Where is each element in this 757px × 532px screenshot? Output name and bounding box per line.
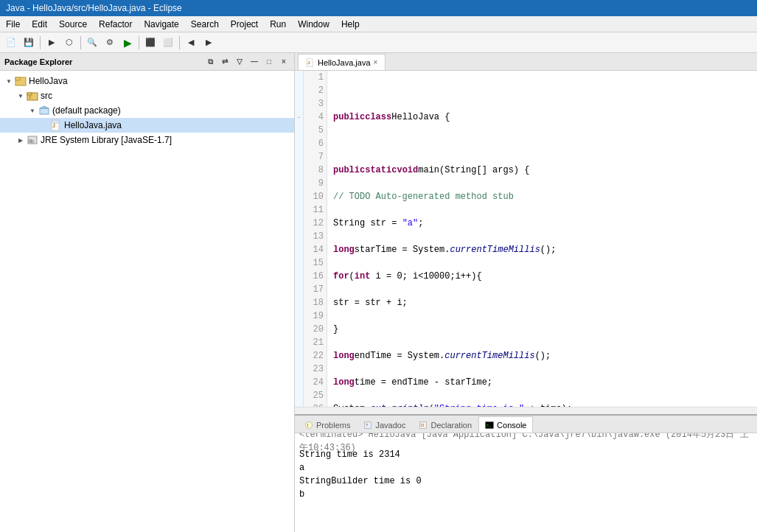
minimize-btn[interactable]: — [248, 56, 260, 68]
ln-9: 9 [304, 177, 327, 190]
fold-e23 [295, 363, 303, 376]
fold-e9 [295, 177, 303, 190]
console-line-4: b [299, 488, 753, 501]
menu-file[interactable]: File [0, 18, 26, 31]
menu-window[interactable]: Window [292, 18, 335, 31]
fold-e21 [295, 336, 303, 349]
menu-refactor[interactable]: Refactor [93, 18, 138, 31]
fold-e8 [295, 164, 303, 177]
left-panel: Package Explorer ⧉ ⇄ ▽ — □ × ▼ [0, 53, 295, 532]
toolbar-new[interactable]: 📄 [3, 35, 19, 51]
menu-edit[interactable]: Edit [26, 18, 53, 31]
problems-icon: ! [304, 421, 313, 430]
menu-help[interactable]: Help [335, 18, 366, 31]
toolbar: 📄 💾 ▶ ⬡ 🔍 ⚙ ▶ ⬛ ⬜ ◀ ▶ [0, 32, 757, 53]
toolbar-btn5[interactable]: 🔍 [84, 35, 100, 51]
tree-item-hellojava[interactable]: ▼ HelloJava [0, 74, 294, 88]
tab-declaration-label: Declaration [430, 421, 472, 430]
tab-problems[interactable]: ! Problems [298, 416, 357, 433]
tab-problems-label: Problems [316, 421, 350, 430]
jre-library-icon: lib [27, 134, 38, 146]
tree-arrow-jre: ▶ [15, 134, 27, 146]
code-line-10: } [333, 323, 751, 336]
toolbar-btn3[interactable]: ▶ [43, 35, 60, 51]
menu-navigate[interactable]: Navigate [138, 18, 184, 31]
console-output-4: b [299, 488, 304, 501]
tree-item-default-package[interactable]: ▼ (default package) [0, 103, 294, 118]
fold-column: − [295, 71, 304, 407]
ln-11: 11 [304, 203, 327, 217]
ln-6: 6 [304, 137, 327, 150]
svg-text:lib: lib [29, 139, 34, 144]
tab-console-label: Console [497, 421, 526, 430]
toolbar-sep4 [179, 36, 180, 49]
ln-13: 13 [304, 230, 327, 243]
title-text: Java - HelloJava/src/HelloJava.java - Ec… [6, 3, 182, 13]
code-line-9: str = str + i; [333, 296, 751, 309]
tree-item-src[interactable]: ▼ s src [0, 88, 294, 103]
title-bar: Java - HelloJava/src/HelloJava.java - Ec… [0, 0, 757, 16]
package-explorer-title: Package Explorer [4, 57, 201, 66]
ln-1: 1 [304, 71, 327, 84]
console-line-2: a [299, 461, 753, 475]
package-explorer-header: Package Explorer ⧉ ⇄ ▽ — □ × [0, 53, 294, 71]
bottom-panel: ! Problems ? Javadoc D [295, 414, 757, 532]
toolbar-btn8[interactable]: ⬜ [160, 35, 176, 51]
menu-source[interactable]: Source [53, 18, 93, 31]
toolbar-btn10[interactable]: ▶ [200, 35, 217, 51]
menu-project[interactable]: Project [225, 18, 264, 31]
ln-24: 24 [304, 376, 327, 389]
svg-text:J: J [52, 123, 55, 128]
tree-arrow-src: ▼ [15, 90, 27, 102]
tree-arrow-hellojava: ▼ [3, 75, 15, 87]
toolbar-run-btn[interactable]: ▶ [119, 35, 136, 51]
tab-java-icon: J [306, 58, 315, 67]
toolbar-btn9[interactable]: ◀ [183, 35, 199, 51]
menu-search[interactable]: Search [185, 18, 225, 31]
tab-console[interactable]: >_ Console [478, 416, 533, 433]
editor-tab-hellojava[interactable]: J HelloJava.java × [298, 54, 386, 70]
package-explorer-tree: ▼ HelloJava ▼ [0, 71, 294, 532]
code-line-8: for(int i = 0; i<10000;i++){ [333, 270, 751, 283]
ln-15: 15 [304, 256, 327, 270]
console-terminated-line: <terminated> HelloJava [Java Application… [299, 435, 753, 448]
ln-8: 8 [304, 164, 327, 177]
menu-run[interactable]: Run [264, 18, 292, 31]
toolbar-sep3 [139, 36, 139, 49]
view-menu-btn[interactable]: ▽ [234, 56, 245, 68]
toolbar-btn2[interactable]: 💾 [21, 35, 37, 51]
console-output-3: StringBuilder time is 0 [299, 475, 422, 488]
ln-18: 18 [304, 296, 327, 309]
fold-method[interactable]: − [295, 111, 303, 124]
fold-e7 [295, 150, 303, 164]
ln-14: 14 [304, 243, 327, 256]
code-content[interactable]: public class HelloJava { public static v… [327, 71, 757, 407]
collapse-all-btn[interactable]: ⧉ [204, 56, 216, 68]
tab-declaration[interactable]: D Declaration [412, 416, 478, 433]
project-icon [15, 75, 27, 87]
toolbar-btn6[interactable]: ⚙ [102, 35, 118, 51]
svg-text:>_: >_ [486, 423, 492, 427]
fold-empty-3 [295, 97, 303, 111]
editor-tab-close[interactable]: × [374, 58, 378, 66]
link-with-editor-btn[interactable]: ⇄ [219, 56, 231, 68]
tab-javadoc[interactable]: ? Javadoc [357, 416, 412, 433]
main-area: Package Explorer ⧉ ⇄ ▽ — □ × ▼ [0, 53, 757, 532]
tree-item-jre[interactable]: ▶ lib JRE System Library [JavaSE-1.7] [0, 133, 294, 147]
code-editor[interactable]: − [295, 71, 757, 407]
close-panel-btn[interactable]: × [278, 56, 290, 68]
tree-label-hellojava-file: HelloJava.java [64, 120, 122, 130]
ln-20: 20 [304, 323, 327, 336]
h-scrollbar[interactable] [295, 407, 757, 414]
toolbar-btn7[interactable]: ⬛ [142, 35, 158, 51]
toolbar-btn4[interactable]: ⬡ [61, 35, 77, 51]
fold-e20 [295, 323, 303, 336]
toolbar-sep1 [40, 36, 41, 49]
fold-e12 [295, 217, 303, 230]
tree-item-hellojava-file[interactable]: ▶ J HelloJava.java [0, 118, 294, 133]
svg-rect-5 [40, 108, 49, 114]
svg-rect-1 [15, 77, 20, 80]
code-line-12: long time = endTime - starTime; [333, 376, 751, 389]
code-line-3 [333, 137, 751, 150]
maximize-btn[interactable]: □ [263, 56, 275, 68]
